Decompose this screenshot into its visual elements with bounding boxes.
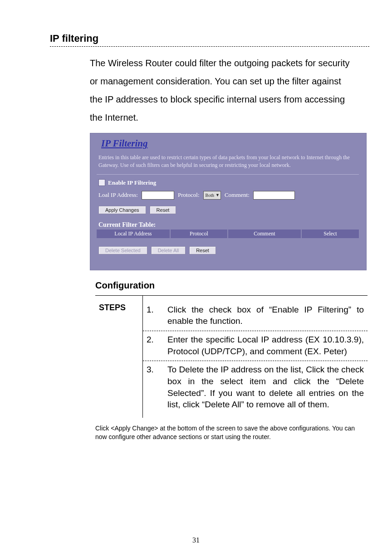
steps-table: STEPS 1. Click the check box of “Enable … bbox=[95, 295, 368, 418]
reset2-button[interactable]: Reset bbox=[189, 246, 216, 254]
protocol-select[interactable]: Both ▼ bbox=[203, 191, 221, 200]
panel-description: Entries in this table are used to restri… bbox=[98, 154, 357, 170]
step-text: Click the check box of “Enable IP Filter… bbox=[167, 304, 365, 327]
panel-title: IP Filtering bbox=[101, 138, 359, 149]
page-title: IP filtering bbox=[50, 33, 369, 44]
ip-filtering-screenshot: IP Filtering Entries in this table are u… bbox=[90, 133, 367, 270]
reset-button[interactable]: Reset bbox=[150, 206, 176, 214]
enable-ip-filtering-checkbox[interactable] bbox=[98, 179, 105, 186]
table-header-row: Local IP Address Protocol Comment Select bbox=[97, 230, 359, 238]
step-text: To Delete the IP address on the list, Cl… bbox=[167, 364, 365, 410]
step-number: 3. bbox=[147, 364, 158, 410]
page-number: 31 bbox=[0, 536, 392, 544]
protocol-label: Protocol: bbox=[178, 191, 200, 199]
configuration-heading: Configuration bbox=[95, 280, 369, 291]
steps-label: STEPS bbox=[95, 296, 143, 418]
step-row: 2. Enter the specific Local IP address (… bbox=[143, 331, 368, 361]
comment-label: Comment: bbox=[225, 191, 250, 199]
col-protocol: Protocol bbox=[170, 230, 228, 238]
protocol-select-value: Both bbox=[206, 193, 214, 198]
comment-input[interactable] bbox=[253, 191, 295, 200]
step-row: 3. To Delete the IP address on the list,… bbox=[143, 361, 368, 414]
step-text: Enter the specific Local IP address (EX … bbox=[167, 334, 365, 357]
col-select: Select bbox=[301, 230, 359, 238]
chevron-down-icon: ▼ bbox=[216, 193, 220, 197]
step-row: 1. Click the check box of “Enable IP Fil… bbox=[143, 301, 368, 331]
delete-selected-button[interactable]: Delete Selected bbox=[98, 246, 147, 254]
delete-all-button[interactable]: Delete All bbox=[151, 246, 186, 254]
intro-paragraph: The Wireless Router could filter the out… bbox=[90, 54, 353, 127]
apply-changes-button[interactable]: Apply Changes bbox=[98, 206, 146, 214]
filter-table-title: Current Filter Table: bbox=[98, 221, 359, 229]
enable-ip-filtering-label: Enable IP Filtering bbox=[108, 179, 156, 186]
local-ip-input[interactable] bbox=[142, 191, 174, 200]
step-number: 2. bbox=[147, 334, 158, 357]
col-local-ip: Local IP Address bbox=[97, 230, 170, 238]
title-rule bbox=[50, 46, 369, 47]
local-ip-label: Loal IP Address: bbox=[98, 191, 138, 199]
panel-rule bbox=[97, 174, 359, 175]
filter-table: Local IP Address Protocol Comment Select bbox=[97, 230, 359, 238]
step-number: 1. bbox=[147, 304, 158, 327]
apply-change-note: Click <Apply Change> at the bottom of th… bbox=[95, 424, 363, 441]
col-comment: Comment bbox=[228, 230, 301, 238]
